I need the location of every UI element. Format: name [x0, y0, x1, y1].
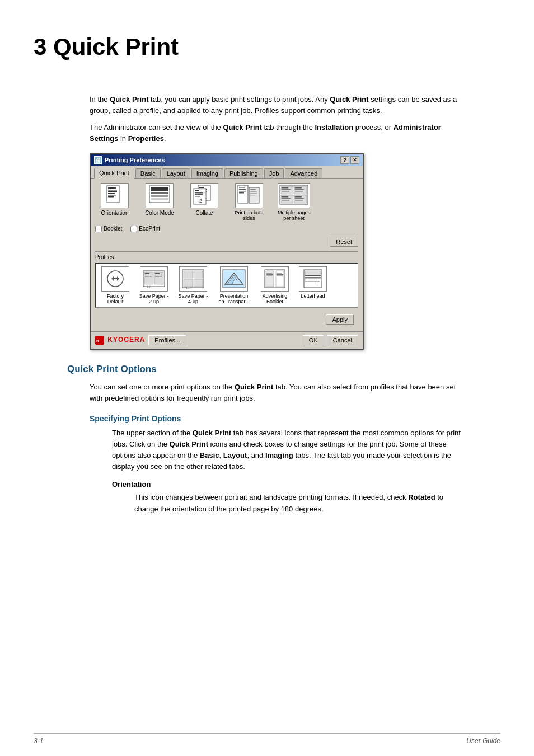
specifying-print-options-heading: Specifying Print Options	[90, 414, 467, 423]
dialog-tabs: Quick Print Basic Layout Imaging Publish…	[91, 166, 363, 179]
duplex-icon-box[interactable]	[235, 183, 263, 208]
close-button[interactable]: ✕	[350, 156, 359, 164]
svg-rect-80	[305, 271, 321, 274]
collate-svg: 1 2	[193, 184, 216, 206]
svg-rect-32	[250, 193, 257, 194]
svg-rect-37	[282, 187, 288, 189]
svg-rect-59	[155, 273, 160, 274]
svg-rect-38	[282, 189, 291, 190]
reset-area: Reset	[95, 237, 358, 247]
svg-rect-28	[239, 192, 244, 194]
profile-presentation-icon[interactable]	[220, 266, 248, 292]
profile-savepaper2[interactable]: ↓↓ Save Paper -2-up	[137, 266, 171, 304]
cancel-button[interactable]: Cancel	[327, 335, 358, 345]
colormode-icon-item[interactable]: Color Mode	[140, 183, 179, 221]
svg-text:2: 2	[199, 198, 202, 204]
page: 3 Quick Print In the Quick Print tab, yo…	[0, 0, 534, 756]
tab-quickprint[interactable]: Quick Print	[94, 168, 134, 179]
multipages-svg	[279, 184, 310, 206]
footer-page-number: 3-1	[34, 737, 43, 745]
profile-advertising[interactable]: AdvertisingBooklet	[257, 266, 292, 304]
tab-job[interactable]: Job	[264, 168, 284, 178]
svg-rect-84	[305, 280, 317, 280]
svg-rect-61	[155, 276, 162, 277]
reset-button[interactable]: Reset	[330, 237, 358, 247]
svg-rect-26	[239, 189, 246, 190]
profile-savepaper4[interactable]: ↓↓ Save Paper -4-up	[176, 266, 210, 304]
svg-rect-78	[277, 276, 283, 276]
ecoprint-checkbox-item[interactable]: EcoPrint	[130, 226, 160, 232]
quick-print-options-section: Quick Print Options You can set one or m…	[34, 364, 500, 515]
svg-rect-33	[250, 195, 255, 196]
svg-rect-1	[108, 187, 116, 189]
multipages-icon-item[interactable]: Multiple pagesper sheet	[274, 183, 313, 221]
profile-presentation-label: Presentationon Transpar...	[218, 293, 249, 304]
svg-rect-65	[194, 271, 203, 278]
svg-rect-21	[195, 194, 203, 195]
profile-advertising-icon[interactable]	[261, 266, 289, 292]
titlebar-controls[interactable]: ? ✕	[340, 156, 359, 164]
apply-button[interactable]: Apply	[326, 314, 354, 325]
intro-paragraph-1: In the Quick Print tab, you can apply ba…	[90, 94, 467, 116]
orientation-icon-item[interactable]: Orientation	[95, 183, 134, 221]
booklet-checkbox[interactable]	[95, 226, 102, 232]
booklet-checkbox-item[interactable]: Booklet	[95, 226, 122, 232]
presentation-svg	[222, 269, 246, 289]
svg-rect-81	[305, 275, 321, 276]
svg-rect-74	[266, 274, 273, 275]
svg-rect-20	[195, 192, 203, 194]
orientation-svg	[105, 185, 125, 206]
svg-rect-49	[295, 196, 302, 198]
svg-rect-60	[155, 275, 162, 275]
kyocera-icon: K	[95, 336, 104, 345]
profile-letterhead[interactable]: Letterhead	[297, 266, 329, 304]
footer-left: K KYOCERA Profiles...	[95, 335, 186, 345]
svg-rect-43	[295, 191, 303, 192]
svg-rect-75	[266, 276, 273, 276]
orientation-body: This icon changes between portrait and l…	[134, 492, 467, 514]
ok-button[interactable]: OK	[303, 335, 324, 345]
svg-rect-47	[282, 200, 289, 201]
ecoprint-checkbox[interactable]	[130, 226, 137, 232]
intro-section: In the Quick Print tab, you can apply ba…	[90, 94, 467, 145]
apply-row: Apply	[95, 312, 358, 327]
tab-layout[interactable]: Layout	[162, 168, 190, 178]
svg-rect-57	[145, 275, 152, 275]
tab-basic[interactable]: Basic	[135, 168, 161, 178]
profile-savepaper2-icon[interactable]: ↓↓	[140, 266, 168, 292]
svg-rect-3	[108, 191, 117, 192]
svg-rect-22	[195, 196, 200, 197]
profile-savepaper4-label: Save Paper -4-up	[179, 293, 208, 304]
collate-icon-box[interactable]: 1 2	[190, 183, 218, 208]
profile-savepaper4-icon[interactable]: ↓↓	[179, 266, 207, 292]
tab-publishing[interactable]: Publishing	[224, 168, 263, 178]
collate-icon-item[interactable]: 1 2 Collate	[185, 183, 224, 221]
profile-factory-icon[interactable]	[101, 266, 129, 292]
dialog-wrapper: 🖨 Printing Preferences ? ✕ Quick Print B…	[90, 153, 467, 350]
dialog-icon: 🖨	[94, 156, 102, 164]
duplex-icon-item[interactable]: Print on bothsides	[229, 183, 269, 221]
profile-presentation[interactable]: Presentationon Transpar...	[215, 266, 253, 304]
svg-rect-83	[305, 279, 321, 279]
orientation-icon-box[interactable]	[101, 183, 129, 208]
help-button[interactable]: ?	[340, 156, 349, 164]
tab-advanced[interactable]: Advanced	[285, 168, 322, 178]
quick-print-options-paragraph: You can set one or more print options on…	[90, 382, 467, 404]
duplex-svg	[237, 184, 261, 206]
orientation-paragraph: This icon changes between portrait and l…	[134, 492, 467, 514]
footer-guide-name: User Guide	[466, 737, 500, 745]
tab-imaging[interactable]: Imaging	[191, 168, 223, 178]
footer-buttons: OK Cancel	[303, 335, 358, 345]
profiles-button[interactable]: Profiles...	[148, 335, 186, 345]
profile-letterhead-icon[interactable]	[299, 266, 327, 292]
profiles-label: Profiles	[95, 254, 358, 260]
specifying-paragraph: The upper section of the Quick Print tab…	[112, 428, 467, 473]
quick-print-options-body: You can set one or more print options on…	[90, 382, 467, 404]
colormode-icon-box[interactable]	[146, 183, 174, 208]
divider-1	[95, 251, 358, 252]
svg-rect-13	[199, 187, 204, 188]
multipages-icon-box[interactable]	[278, 183, 310, 208]
svg-rect-41	[295, 187, 302, 189]
profile-factory-default[interactable]: FactoryDefault	[99, 266, 132, 304]
svg-rect-42	[295, 189, 304, 190]
